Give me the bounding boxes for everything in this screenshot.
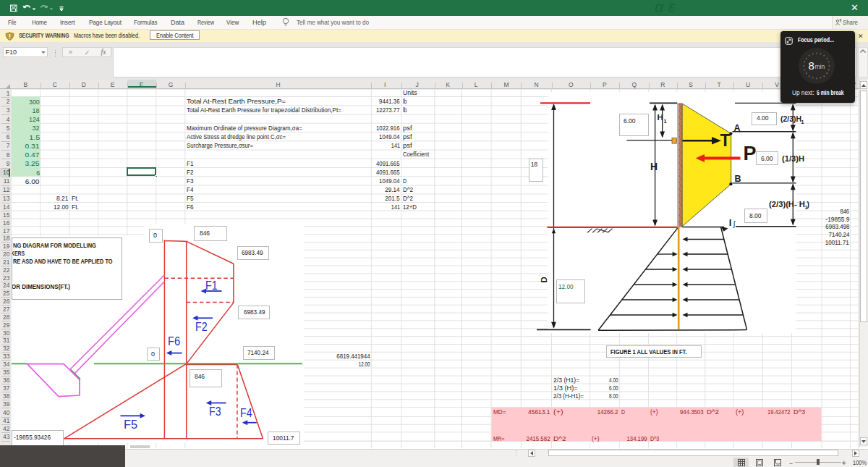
svg-text:D: D (540, 277, 548, 282)
